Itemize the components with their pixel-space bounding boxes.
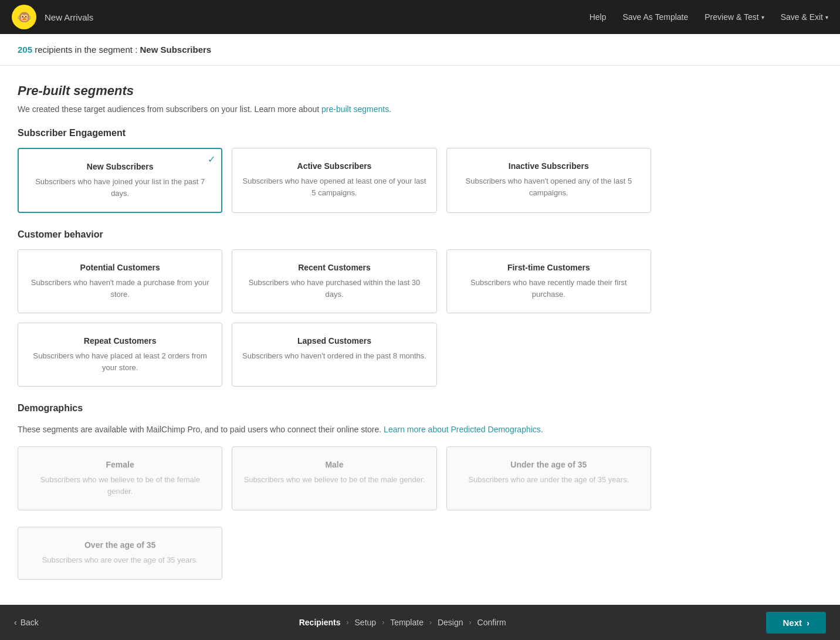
breadcrumb-design: Design [438,618,463,627]
card-title-over35: Over the age of 35 [28,540,212,550]
card-desc-new-subscribers: Subscribers who have joined your list in… [28,176,212,199]
card-desc-repeat: Subscribers who have placed at least 2 o… [28,350,212,373]
card-new-subscribers[interactable]: ✓ New Subscribers Subscribers who have j… [18,148,222,213]
nav-left: 🐵 New Arrivals [12,5,93,29]
card-male: Male Subscribers who we believe to be of… [232,446,436,510]
bottom-navigation: ‹ Back Recipients › Setup › Template › D… [0,605,840,640]
recipients-text-before: recipients in the segment : [35,45,140,55]
card-lapsed-customers[interactable]: Lapsed Customers Subscribers who haven't… [232,323,436,387]
demographics-cards-row2: Over the age of 35 Subscribers who are o… [18,527,651,580]
card-title-under35: Under the age of 35 [456,460,641,469]
main-content: Pre-built segments We created these targ… [0,66,840,640]
card-title-inactive-subscribers: Inactive Subscribers [456,161,641,171]
breadcrumb-recipients: Recipients [299,618,341,627]
top-navigation: 🐵 New Arrivals Help Save As Template Pre… [0,0,840,34]
prebuilt-title: Pre-built segments [18,83,822,99]
card-title-potential: Potential Customers [28,263,212,272]
card-potential-customers[interactable]: Potential Customers Subscribers who have… [18,249,222,313]
customer-behavior-title: Customer behavior [18,229,822,240]
card-desc-lapsed: Subscribers who haven't ordered in the p… [242,350,426,362]
card-title-active-subscribers: Active Subscribers [242,161,426,171]
subscriber-engagement-cards: ✓ New Subscribers Subscribers who have j… [18,148,651,213]
card-firsttime-customers[interactable]: First-time Customers Subscribers who hav… [446,249,651,313]
card-title-female: Female [28,460,212,469]
recipients-count: 205 [18,45,32,55]
back-label: Back [21,618,39,627]
back-button[interactable]: ‹ Back [14,618,39,627]
back-arrow-icon: ‹ [14,618,17,627]
preview-caret-icon: ▾ [761,14,764,21]
breadcrumb: Recipients › Setup › Template › Design ›… [299,618,506,627]
card-female: Female Subscribers who we believe to be … [18,446,222,510]
card-under35: Under the age of 35 Subscribers who are … [446,446,651,510]
preview-test-link[interactable]: Preview & Test ▾ [704,12,764,22]
campaign-name: New Arrivals [45,12,93,22]
checkmark-icon: ✓ [208,154,215,165]
breadcrumb-template: Template [390,618,424,627]
breadcrumb-confirm: Confirm [477,618,506,627]
mailchimp-logo: 🐵 [12,5,36,29]
save-as-template-link[interactable]: Save As Template [622,12,688,22]
next-button[interactable]: Next › [766,612,826,634]
card-desc-male: Subscribers who we believe to be of the … [242,474,426,486]
card-title-male: Male [242,460,426,469]
card-title-new-subscribers: New Subscribers [28,162,212,171]
segment-name: New Subscribers [140,45,211,55]
card-over35: Over the age of 35 Subscribers who are o… [18,527,222,580]
demographics-desc: These segments are available with MailCh… [18,423,822,436]
card-desc-firsttime: Subscribers who have recently made their… [456,277,641,300]
breadcrumb-sep-4: › [469,618,472,627]
card-title-lapsed: Lapsed Customers [242,336,426,346]
next-arrow-icon: › [807,618,809,628]
card-title-recent: Recent Customers [242,263,426,272]
card-desc-inactive-subscribers: Subscribers who haven't opened any of th… [456,175,641,198]
save-exit-link[interactable]: Save & Exit ▾ [781,12,828,22]
card-inactive-subscribers[interactable]: Inactive Subscribers Subscribers who hav… [446,148,651,213]
save-exit-caret-icon: ▾ [825,14,828,21]
breadcrumb-sep-3: › [429,618,432,627]
demographics-link[interactable]: Learn more about Predicted Demographics. [384,425,543,434]
customer-behavior-cards-row1: Potential Customers Subscribers who have… [18,249,651,313]
subscriber-engagement-title: Subscriber Engagement [18,128,822,138]
help-link[interactable]: Help [590,12,607,22]
prebuilt-desc: We created these target audiences from s… [18,104,822,114]
card-title-firsttime: First-time Customers [456,263,641,272]
card-desc-potential: Subscribers who haven't made a purchase … [28,277,212,300]
card-title-repeat: Repeat Customers [28,336,212,346]
card-recent-customers[interactable]: Recent Customers Subscribers who have pu… [232,249,436,313]
breadcrumb-sep-1: › [347,618,349,627]
breadcrumb-sep-2: › [382,618,384,627]
card-desc-under35: Subscribers who are under the age of 35 … [456,474,641,486]
card-desc-female: Subscribers who we believe to be of the … [28,474,212,497]
card-active-subscribers[interactable]: Active Subscribers Subscribers who have … [232,148,436,213]
card-desc-active-subscribers: Subscribers who have opened at least one… [242,175,426,198]
demographics-title: Demographics [18,403,822,414]
recipients-bar: 205 recipients in the segment : New Subs… [0,34,840,66]
card-desc-recent: Subscribers who have purchased within th… [242,277,426,300]
card-desc-over35: Subscribers who are over the age of 35 y… [28,554,212,566]
demographics-cards-row1: Female Subscribers who we believe to be … [18,446,651,510]
next-label: Next [783,618,802,628]
prebuilt-segments-link[interactable]: pre-built segments [321,104,389,114]
card-repeat-customers[interactable]: Repeat Customers Subscribers who have pl… [18,323,222,387]
breadcrumb-setup: Setup [355,618,377,627]
customer-behavior-cards-row2: Repeat Customers Subscribers who have pl… [18,323,651,387]
nav-right: Help Save As Template Preview & Test ▾ S… [590,12,828,22]
